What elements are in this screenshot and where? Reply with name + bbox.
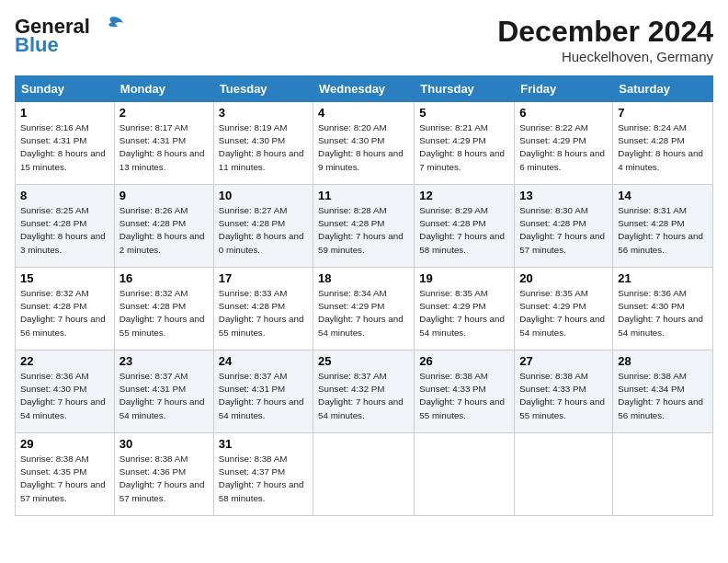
day-info: Sunrise: 8:26 AMSunset: 4:28 PMDaylight:…	[119, 205, 205, 255]
day-number: 11	[318, 189, 409, 202]
day-info: Sunrise: 8:38 AMSunset: 4:34 PMDaylight:…	[618, 371, 703, 420]
calendar-cell	[313, 433, 415, 516]
calendar-cell: 1 Sunrise: 8:16 AMSunset: 4:31 PMDayligh…	[16, 102, 115, 185]
day-number: 31	[219, 437, 308, 451]
day-info: Sunrise: 8:22 AMSunset: 4:29 PMDaylight:…	[519, 122, 605, 172]
weekday-header-sunday: Sunday	[16, 76, 115, 102]
day-number: 17	[219, 271, 308, 285]
day-info: Sunrise: 8:38 AMSunset: 4:33 PMDaylight:…	[419, 371, 505, 420]
day-info: Sunrise: 8:36 AMSunset: 4:30 PMDaylight:…	[20, 371, 106, 420]
day-info: Sunrise: 8:28 AMSunset: 4:28 PMDaylight:…	[318, 205, 404, 255]
day-number: 25	[318, 354, 409, 368]
calendar-cell: 24 Sunrise: 8:37 AMSunset: 4:31 PMDaylig…	[213, 350, 313, 433]
calendar-cell: 9 Sunrise: 8:26 AMSunset: 4:28 PMDayligh…	[114, 185, 213, 268]
day-number: 15	[20, 271, 109, 285]
calendar-cell: 18 Sunrise: 8:34 AMSunset: 4:29 PMDaylig…	[313, 268, 415, 350]
day-number: 18	[318, 271, 409, 285]
logo: General Blue	[15, 15, 125, 55]
calendar-cell: 14 Sunrise: 8:31 AMSunset: 4:28 PMDaylig…	[613, 185, 713, 268]
weekday-header-thursday: Thursday	[415, 76, 515, 102]
day-info: Sunrise: 8:16 AMSunset: 4:31 PMDaylight:…	[20, 122, 106, 172]
calendar-cell: 4 Sunrise: 8:20 AMSunset: 4:30 PMDayligh…	[313, 102, 415, 185]
month-title: December 2024	[497, 15, 713, 49]
calendar-cell: 22 Sunrise: 8:36 AMSunset: 4:30 PMDaylig…	[16, 350, 115, 433]
title-block: December 2024 Hueckelhoven, Germany	[497, 15, 713, 64]
weekday-header-row: SundayMondayTuesdayWednesdayThursdayFrid…	[16, 76, 713, 102]
day-info: Sunrise: 8:38 AMSunset: 4:36 PMDaylight:…	[119, 454, 205, 503]
day-number: 24	[219, 354, 308, 368]
calendar-cell: 30 Sunrise: 8:38 AMSunset: 4:36 PMDaylig…	[114, 433, 213, 516]
logo-bird-icon	[92, 16, 125, 36]
day-number: 13	[519, 189, 608, 202]
calendar-cell	[613, 433, 713, 516]
day-number: 30	[119, 437, 209, 451]
day-info: Sunrise: 8:21 AMSunset: 4:29 PMDaylight:…	[419, 122, 505, 172]
calendar-cell	[415, 433, 515, 516]
day-number: 5	[419, 106, 509, 120]
day-info: Sunrise: 8:35 AMSunset: 4:29 PMDaylight:…	[519, 288, 605, 338]
calendar-cell: 26 Sunrise: 8:38 AMSunset: 4:33 PMDaylig…	[415, 350, 515, 433]
calendar-cell: 21 Sunrise: 8:36 AMSunset: 4:30 PMDaylig…	[613, 268, 713, 350]
day-number: 4	[318, 106, 409, 120]
calendar-cell: 3 Sunrise: 8:19 AMSunset: 4:30 PMDayligh…	[213, 102, 313, 185]
day-info: Sunrise: 8:38 AMSunset: 4:35 PMDaylight:…	[20, 454, 106, 503]
day-number: 23	[119, 354, 209, 368]
calendar-week-row: 15 Sunrise: 8:32 AMSunset: 4:28 PMDaylig…	[16, 268, 713, 350]
day-info: Sunrise: 8:27 AMSunset: 4:28 PMDaylight:…	[219, 205, 304, 255]
day-info: Sunrise: 8:38 AMSunset: 4:33 PMDaylight:…	[519, 371, 605, 420]
day-number: 21	[618, 271, 708, 285]
day-info: Sunrise: 8:30 AMSunset: 4:28 PMDaylight:…	[519, 205, 605, 255]
calendar-week-row: 29 Sunrise: 8:38 AMSunset: 4:35 PMDaylig…	[16, 433, 713, 516]
day-info: Sunrise: 8:29 AMSunset: 4:28 PMDaylight:…	[419, 205, 505, 255]
day-number: 28	[618, 354, 708, 368]
day-number: 19	[419, 271, 509, 285]
day-info: Sunrise: 8:32 AMSunset: 4:28 PMDaylight:…	[20, 288, 106, 338]
calendar-cell: 16 Sunrise: 8:32 AMSunset: 4:28 PMDaylig…	[114, 268, 213, 350]
weekday-header-tuesday: Tuesday	[213, 76, 313, 102]
calendar-cell: 6 Sunrise: 8:22 AMSunset: 4:29 PMDayligh…	[515, 102, 613, 185]
day-info: Sunrise: 8:37 AMSunset: 4:31 PMDaylight:…	[219, 371, 304, 420]
weekday-header-friday: Friday	[515, 76, 613, 102]
day-number: 1	[20, 106, 109, 120]
day-info: Sunrise: 8:33 AMSunset: 4:28 PMDaylight:…	[219, 288, 304, 338]
day-info: Sunrise: 8:37 AMSunset: 4:31 PMDaylight:…	[119, 371, 205, 420]
calendar-cell: 8 Sunrise: 8:25 AMSunset: 4:28 PMDayligh…	[16, 185, 115, 268]
day-info: Sunrise: 8:20 AMSunset: 4:30 PMDaylight:…	[318, 122, 404, 172]
calendar-cell: 20 Sunrise: 8:35 AMSunset: 4:29 PMDaylig…	[515, 268, 613, 350]
day-number: 27	[519, 354, 608, 368]
calendar-week-row: 1 Sunrise: 8:16 AMSunset: 4:31 PMDayligh…	[16, 102, 713, 185]
day-number: 20	[519, 271, 608, 285]
calendar-week-row: 8 Sunrise: 8:25 AMSunset: 4:28 PMDayligh…	[16, 185, 713, 268]
page-header: General Blue December 2024 Hueckelhoven,…	[15, 15, 713, 64]
calendar-cell: 28 Sunrise: 8:38 AMSunset: 4:34 PMDaylig…	[613, 350, 713, 433]
day-number: 9	[119, 189, 209, 202]
day-number: 7	[618, 106, 708, 120]
calendar-cell: 27 Sunrise: 8:38 AMSunset: 4:33 PMDaylig…	[515, 350, 613, 433]
day-number: 8	[20, 189, 109, 202]
day-number: 2	[119, 106, 209, 120]
day-number: 14	[618, 189, 708, 202]
calendar-cell: 19 Sunrise: 8:35 AMSunset: 4:29 PMDaylig…	[415, 268, 515, 350]
weekday-header-saturday: Saturday	[613, 76, 713, 102]
calendar-cell: 10 Sunrise: 8:27 AMSunset: 4:28 PMDaylig…	[213, 185, 313, 268]
day-info: Sunrise: 8:19 AMSunset: 4:30 PMDaylight:…	[219, 122, 304, 172]
calendar-week-row: 22 Sunrise: 8:36 AMSunset: 4:30 PMDaylig…	[16, 350, 713, 433]
day-number: 29	[20, 437, 109, 451]
day-info: Sunrise: 8:31 AMSunset: 4:28 PMDaylight:…	[618, 205, 703, 255]
calendar-cell	[515, 433, 613, 516]
calendar-table: SundayMondayTuesdayWednesdayThursdayFrid…	[15, 75, 713, 516]
calendar-cell: 15 Sunrise: 8:32 AMSunset: 4:28 PMDaylig…	[16, 268, 115, 350]
day-info: Sunrise: 8:25 AMSunset: 4:28 PMDaylight:…	[20, 205, 106, 255]
day-info: Sunrise: 8:37 AMSunset: 4:32 PMDaylight:…	[318, 371, 404, 420]
calendar-cell: 12 Sunrise: 8:29 AMSunset: 4:28 PMDaylig…	[415, 185, 515, 268]
day-number: 3	[219, 106, 308, 120]
day-info: Sunrise: 8:36 AMSunset: 4:30 PMDaylight:…	[618, 288, 703, 338]
day-info: Sunrise: 8:32 AMSunset: 4:28 PMDaylight:…	[119, 288, 205, 338]
day-number: 22	[20, 354, 109, 368]
day-info: Sunrise: 8:24 AMSunset: 4:28 PMDaylight:…	[618, 122, 703, 172]
calendar-cell: 17 Sunrise: 8:33 AMSunset: 4:28 PMDaylig…	[213, 268, 313, 350]
weekday-header-monday: Monday	[114, 76, 213, 102]
calendar-cell: 31 Sunrise: 8:38 AMSunset: 4:37 PMDaylig…	[213, 433, 313, 516]
day-number: 12	[419, 189, 509, 202]
day-info: Sunrise: 8:35 AMSunset: 4:29 PMDaylight:…	[419, 288, 505, 338]
